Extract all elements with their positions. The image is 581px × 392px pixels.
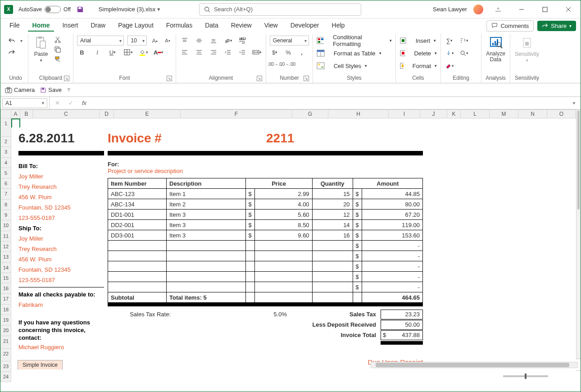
enter-formula-icon[interactable]: ✓ bbox=[66, 98, 76, 108]
vertical-scrollbar[interactable] bbox=[576, 109, 581, 359]
tab-page-layout[interactable]: Page Layout bbox=[113, 20, 158, 32]
decrease-decimal-button[interactable]: .0→.00 bbox=[283, 59, 293, 69]
number-format-select[interactable]: General bbox=[270, 36, 309, 46]
col-header-M[interactable]: M bbox=[490, 109, 518, 119]
wrap-text-button[interactable]: ab bbox=[237, 36, 247, 46]
col-header-L[interactable]: L bbox=[461, 109, 490, 119]
row-header-15[interactable]: 15 bbox=[0, 273, 11, 283]
increase-font-button[interactable]: A▴ bbox=[150, 36, 159, 46]
accounting-format-button[interactable]: $▾ bbox=[270, 47, 280, 57]
col-header-O[interactable]: O bbox=[547, 109, 576, 119]
expand-formula-icon[interactable]: ▾ bbox=[573, 100, 578, 105]
font-name-select[interactable]: Arial bbox=[77, 36, 124, 46]
tab-review[interactable]: Review bbox=[227, 20, 256, 32]
tab-file[interactable]: File bbox=[5, 20, 24, 32]
italic-button[interactable]: I bbox=[92, 47, 102, 57]
comments-button[interactable]: Comments bbox=[486, 20, 534, 32]
autosave-toggle[interactable]: AutoSave Off bbox=[18, 6, 71, 13]
col-header-K[interactable]: K bbox=[447, 109, 461, 119]
align-left-button[interactable] bbox=[180, 47, 190, 57]
tab-insert[interactable]: Insert bbox=[58, 20, 82, 32]
font-size-select[interactable]: 10 bbox=[127, 36, 146, 46]
ribbon-options-icon[interactable] bbox=[490, 3, 507, 16]
user-name[interactable]: Sean Lawyer bbox=[433, 6, 467, 13]
fill-button[interactable]: ▾ bbox=[445, 48, 454, 58]
row-header-3[interactable]: 3 bbox=[0, 147, 11, 157]
insert-cells-button[interactable]: Insert▾ bbox=[399, 35, 437, 46]
number-dialog-icon[interactable]: ↘ bbox=[304, 76, 309, 81]
col-header-B[interactable]: B bbox=[20, 109, 33, 119]
font-dialog-icon[interactable]: ↘ bbox=[167, 76, 172, 81]
save-icon[interactable] bbox=[76, 5, 84, 14]
col-header-J[interactable]: J bbox=[420, 109, 447, 119]
minimize-icon[interactable] bbox=[513, 3, 530, 16]
redo-button[interactable] bbox=[7, 47, 17, 57]
row-header-20[interactable]: 20 bbox=[0, 325, 11, 336]
sheet-tab[interactable]: Simple Invoice bbox=[18, 360, 63, 370]
maximize-icon[interactable] bbox=[536, 3, 554, 16]
column-headers[interactable]: ABCDEFGHIJKLMNO bbox=[11, 109, 576, 119]
row-header-4[interactable]: 4 bbox=[0, 158, 11, 168]
row-header-9[interactable]: 9 bbox=[0, 210, 11, 220]
orientation-button[interactable]: ab▾ bbox=[223, 36, 233, 46]
filename[interactable]: SimpleInvoice (3).xlsx ▾ bbox=[99, 6, 160, 13]
row-header-11[interactable]: 11 bbox=[0, 231, 11, 242]
sort-filter-button[interactable]: ▾ bbox=[459, 36, 469, 46]
format-painter-button[interactable] bbox=[53, 55, 63, 64]
bold-button[interactable]: B bbox=[77, 47, 87, 57]
select-all-corner[interactable] bbox=[0, 109, 11, 119]
comma-format-button[interactable]: , bbox=[297, 47, 307, 57]
autosum-button[interactable]: ∑▾ bbox=[445, 36, 454, 46]
tab-draw[interactable]: Draw bbox=[86, 20, 110, 32]
align-top-button[interactable] bbox=[180, 36, 190, 46]
row-header-2[interactable]: 2 bbox=[0, 137, 11, 147]
col-header-N[interactable]: N bbox=[518, 109, 547, 119]
copy-button[interactable] bbox=[53, 45, 63, 55]
col-header-F[interactable]: F bbox=[181, 109, 292, 119]
increase-decimal-button[interactable]: .00→.0 bbox=[270, 59, 280, 69]
decrease-indent-button[interactable] bbox=[223, 47, 233, 57]
align-bottom-button[interactable] bbox=[209, 36, 218, 46]
fx-icon[interactable]: fx bbox=[79, 98, 89, 108]
col-header-D[interactable]: D bbox=[100, 109, 114, 119]
row-header-18[interactable]: 18 bbox=[0, 305, 11, 315]
col-header-H[interactable]: H bbox=[328, 109, 389, 119]
row-header-21[interactable]: 21 bbox=[0, 336, 11, 349]
share-button[interactable]: Share ▾ bbox=[537, 21, 576, 31]
horizontal-scrollbar[interactable] bbox=[371, 362, 578, 368]
camera-button[interactable]: Camera bbox=[5, 87, 35, 93]
row-headers[interactable]: 123456789101112131415161718192021222324 bbox=[0, 119, 11, 382]
save-button[interactable]: Save bbox=[40, 87, 62, 93]
col-header-G[interactable]: G bbox=[292, 109, 328, 119]
col-header-E[interactable]: E bbox=[114, 109, 181, 119]
tab-data[interactable]: Data bbox=[200, 20, 223, 32]
col-header-I[interactable]: I bbox=[389, 109, 420, 119]
tab-help[interactable]: Help bbox=[327, 20, 350, 32]
underline-button[interactable]: U▾ bbox=[108, 47, 118, 57]
cancel-formula-icon[interactable]: ✕ bbox=[52, 98, 62, 108]
row-header-5[interactable]: 5 bbox=[0, 168, 11, 178]
row-header-14[interactable]: 14 bbox=[0, 263, 11, 273]
row-header-6[interactable]: 6 bbox=[0, 178, 11, 189]
row-header-13[interactable]: 13 bbox=[0, 252, 11, 262]
merge-button[interactable]: ▾ bbox=[252, 47, 262, 57]
row-header-23[interactable]: 23 bbox=[0, 361, 11, 372]
tab-formulas[interactable]: Formulas bbox=[162, 20, 197, 32]
find-select-button[interactable]: ▾ bbox=[459, 48, 469, 58]
col-header-C[interactable]: C bbox=[33, 109, 100, 119]
alignment-dialog-icon[interactable]: ↘ bbox=[257, 76, 262, 81]
delete-cells-button[interactable]: Delete▾ bbox=[399, 47, 437, 59]
fill-color-button[interactable]: ▾ bbox=[138, 47, 148, 57]
sensitivity-button[interactable]: Sensitivity▾ bbox=[514, 35, 540, 64]
col-header-A[interactable]: A bbox=[11, 109, 20, 119]
search-box[interactable]: Search (Alt+Q) bbox=[199, 3, 361, 16]
close-icon[interactable] bbox=[560, 3, 577, 16]
align-middle-button[interactable] bbox=[194, 36, 204, 46]
tab-view[interactable]: View bbox=[260, 20, 282, 32]
format-as-table-button[interactable]: Format as Table▾ bbox=[317, 47, 392, 59]
conditional-formatting-button[interactable]: Conditional Formatting▾ bbox=[317, 35, 392, 46]
clipboard-dialog-icon[interactable]: ↘ bbox=[64, 76, 69, 81]
zoom-slider[interactable] bbox=[503, 375, 548, 377]
row-header-10[interactable]: 10 bbox=[0, 220, 11, 231]
row-header-1[interactable]: 1 bbox=[0, 119, 11, 137]
